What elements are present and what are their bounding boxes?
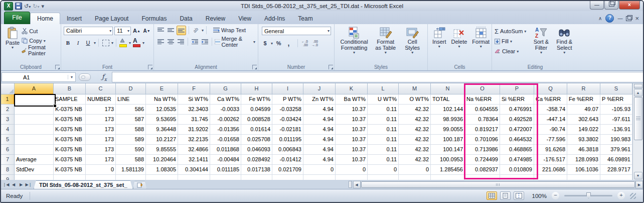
cell-H6[interactable]: 0.046093 — [241, 145, 272, 155]
cell-M6[interactable]: 42.32 — [399, 145, 431, 155]
cell-F5[interactable]: 32.2135 — [178, 135, 210, 145]
cell-I3[interactable]: -0.03424 — [272, 115, 303, 125]
undo-icon[interactable]: ↺▾ — [24, 3, 31, 10]
cell-I4[interactable]: -0.02181 — [272, 125, 303, 135]
cell-R2[interactable]: 49.07 — [567, 105, 600, 115]
cell-O3[interactable]: 0.78364 — [465, 115, 500, 125]
cell-J5[interactable]: 4.94 — [303, 135, 336, 145]
workbook-minimize-icon[interactable]: — — [617, 16, 622, 21]
fill-color-button[interactable] — [119, 39, 127, 47]
decrease-indent-icon[interactable] — [191, 38, 199, 46]
cell-A9[interactable] — [15, 175, 54, 180]
cell-H3[interactable]: 0.008528 — [241, 115, 272, 125]
cell-G8[interactable]: 0.011185 — [210, 165, 241, 175]
sheet-tab[interactable]: TDI Stds_05-08-2012_st_375_set_ — [34, 180, 133, 189]
font-dialog-launcher[interactable] — [148, 65, 152, 69]
cell-styles-button[interactable]: Cell Styles▾ — [400, 26, 425, 63]
cell-N6[interactable]: 100.147 — [431, 145, 465, 155]
cell-H8[interactable]: 0.017138 — [241, 165, 272, 175]
redo-icon[interactable]: ↻▾ — [33, 3, 39, 10]
cell-I9[interactable] — [272, 175, 303, 180]
italic-button[interactable]: I — [74, 39, 82, 47]
cell-L4[interactable]: 0.11 — [368, 125, 399, 135]
cell-D6[interactable]: 590 — [116, 145, 146, 155]
cell-S1[interactable]: P %ERR — [600, 94, 632, 105]
cell-K7[interactable]: 10.37 — [336, 155, 368, 165]
cell-O1[interactable]: Na %ERR — [465, 94, 500, 105]
cell-C8[interactable]: 0 — [86, 165, 116, 175]
cell-P5[interactable]: 0.464532 — [500, 135, 534, 145]
cell-A5[interactable] — [15, 135, 54, 145]
workbook-restore-icon[interactable] — [626, 16, 631, 21]
excel-app-icon[interactable]: X — [4, 2, 13, 11]
ribbon-tab-page-layout[interactable]: Page Layout — [88, 13, 135, 24]
orientation-icon[interactable]: ab — [192, 26, 200, 35]
column-header-J[interactable]: J — [303, 83, 336, 94]
cell-G6[interactable]: 0.011868 — [210, 145, 241, 155]
insert-worksheet-button[interactable] — [133, 181, 147, 189]
cell-P9[interactable] — [500, 175, 534, 180]
ribbon-tab-data[interactable]: Data — [173, 13, 199, 24]
column-header-O[interactable]: O — [465, 83, 500, 94]
cell-B1[interactable]: SAMPLE — [54, 94, 86, 105]
cell-D9[interactable] — [116, 175, 146, 180]
row-header-5[interactable]: 5 — [1, 135, 15, 145]
cell-E1[interactable]: Na WT% — [146, 94, 178, 105]
ribbon-tab-add-ins[interactable]: Add-Ins — [258, 13, 291, 24]
vertical-scroll-thumb[interactable] — [634, 97, 642, 140]
cell-S9[interactable] — [600, 175, 632, 180]
cell-J4[interactable]: 4.94 — [303, 125, 336, 135]
cell-P7[interactable]: 0.474985 — [500, 155, 534, 165]
paste-button[interactable]: Paste ▾ — [4, 26, 22, 55]
cell-L2[interactable]: 0.11 — [368, 105, 399, 115]
cell-R9[interactable] — [567, 175, 600, 180]
cell-P1[interactable]: Si %ERR — [500, 94, 534, 105]
delete-cells-button[interactable]: Delete▾ — [449, 26, 469, 63]
scroll-left-icon[interactable]: ◀ — [353, 181, 361, 188]
cell-O7[interactable]: 0.724499 — [465, 155, 500, 165]
merge-center-button[interactable]: Merge & Center▾ — [215, 37, 255, 46]
cell-E3[interactable]: 9.53695 — [146, 115, 178, 125]
cell-E5[interactable]: 10.2127 — [146, 135, 178, 145]
borders-button[interactable] — [101, 39, 110, 47]
font-name-combo[interactable]: Calibri▾ — [64, 27, 113, 35]
decrease-decimal-icon[interactable]: .00→.0 — [310, 39, 319, 48]
cell-N9[interactable] — [431, 175, 465, 180]
cell-Q5[interactable]: -77.596 — [534, 135, 567, 145]
cell-M9[interactable] — [399, 175, 431, 180]
cell-O2[interactable]: 0.604555 — [465, 105, 500, 115]
cell-Q1[interactable]: Ca %ERR — [534, 94, 567, 105]
cell-N7[interactable]: 100.0953 — [431, 155, 465, 165]
cell-R7[interactable]: 128.0993 — [567, 155, 600, 165]
cell-M8[interactable]: 0 — [399, 165, 431, 175]
column-header-M[interactable]: M — [399, 83, 431, 94]
underline-button[interactable]: U — [84, 39, 92, 47]
cell-I1[interactable]: P WT% — [272, 94, 303, 105]
cell-M7[interactable]: 42.32 — [399, 155, 431, 165]
cell-F6[interactable]: 32.4866 — [178, 145, 210, 155]
cell-G5[interactable]: -0.01658 — [210, 135, 241, 145]
cell-E6[interactable]: 9.85555 — [146, 145, 178, 155]
cell-K8[interactable]: 0 — [336, 165, 368, 175]
comma-style-icon[interactable]: , — [284, 39, 293, 48]
wrap-text-button[interactable]: Wrap Text — [213, 26, 246, 35]
cell-N1[interactable]: TOTAL — [431, 94, 465, 105]
cell-J9[interactable] — [303, 175, 336, 180]
column-header-K[interactable]: K — [336, 83, 368, 94]
align-middle-icon[interactable] — [167, 26, 175, 35]
vertical-scrollbar[interactable]: ▲ ▼ — [632, 83, 643, 180]
cell-G9[interactable] — [210, 175, 241, 180]
worksheet-grid[interactable]: ABCDEFGHIJKLMNOPQRS1SAMPLENUMBERLINENa W… — [1, 83, 643, 180]
next-sheet-icon[interactable]: ▶ — [18, 182, 25, 187]
page-layout-view-button[interactable] — [500, 191, 511, 200]
cell-F9[interactable] — [178, 175, 210, 180]
cell-O6[interactable]: 0.713986 — [465, 145, 500, 155]
help-icon[interactable]: ? — [605, 14, 614, 23]
row-header-6[interactable]: 6 — [1, 145, 15, 155]
format-as-table-button[interactable]: Format as Table▾ — [372, 26, 399, 63]
cell-B9[interactable] — [54, 175, 86, 180]
cell-N4[interactable]: 99.0055 — [431, 125, 465, 135]
cell-M5[interactable]: 42.32 — [399, 135, 431, 145]
column-header-S[interactable]: S — [600, 83, 632, 94]
cell-H7[interactable]: 0.028492 — [241, 155, 272, 165]
